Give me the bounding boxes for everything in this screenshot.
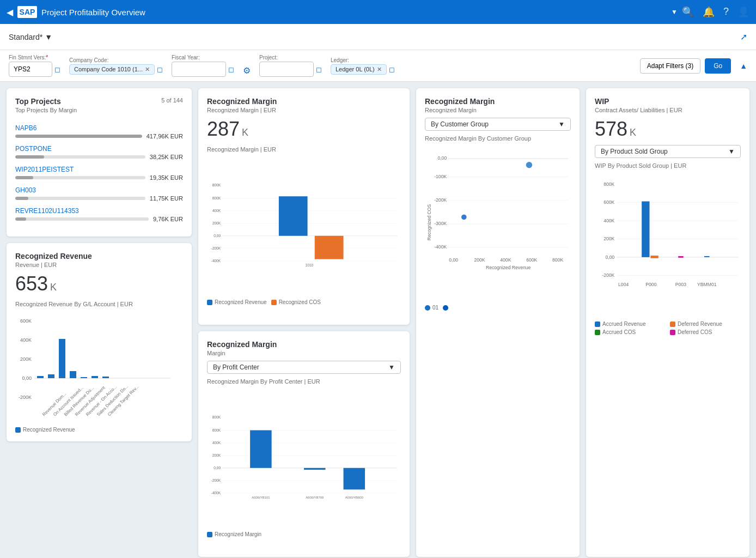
- user-icon[interactable]: 👤: [737, 6, 749, 18]
- ledger-copy-icon[interactable]: ◻: [389, 65, 395, 74]
- svg-text:P003: P003: [675, 282, 686, 287]
- fiscal-year-input[interactable]: [172, 62, 226, 77]
- adapt-filters-button[interactable]: Adapt Filters (3): [640, 58, 700, 74]
- view-selector[interactable]: Standard* ▼: [9, 33, 52, 41]
- rm-profit-chart-title: Recognized Margin By Profit Center | EUR: [207, 378, 401, 385]
- help-icon[interactable]: ?: [723, 6, 729, 18]
- revenue-chart-title: Recognized Revenue By G/L Account | EUR: [15, 301, 183, 307]
- svg-text:400K: 400K: [20, 337, 32, 343]
- ledger-group: Ledger: Ledger 0L (0L) ✕ ◻: [331, 57, 395, 75]
- search-icon[interactable]: 🔍: [682, 6, 694, 18]
- project-value: 9,76K EUR: [153, 216, 183, 222]
- svg-text:800K: 800K: [552, 257, 563, 263]
- svg-text:1010: 1010: [306, 263, 314, 267]
- customer-group-dropdown[interactable]: By Customer Group ▼: [425, 118, 571, 131]
- title-dropdown-icon[interactable]: ▼: [671, 8, 678, 16]
- svg-rect-8: [59, 339, 65, 378]
- filter-actions: Adapt Filters (3) Go ▲: [640, 58, 747, 74]
- fin-stmt-vers-input[interactable]: [9, 62, 52, 77]
- svg-point-72: [526, 162, 532, 168]
- ledger-label: Ledger:: [331, 57, 395, 63]
- company-code-copy-icon[interactable]: ◻: [157, 65, 163, 74]
- svg-rect-51: [344, 468, 365, 490]
- svg-text:Recognized Revenue: Recognized Revenue: [486, 265, 531, 270]
- settings-icon[interactable]: ⚙: [243, 65, 251, 76]
- back-button[interactable]: ◀: [7, 7, 13, 17]
- project-value: 11,75K EUR: [150, 195, 183, 202]
- wip-card: WIP Contract Assets/ Liabilities | EUR 5…: [586, 88, 749, 557]
- profit-center-dropdown[interactable]: By Profit Center ▼: [207, 361, 401, 374]
- list-item: NAPB6 417,96K EUR: [15, 124, 183, 140]
- svg-text:400K: 400K: [500, 257, 511, 263]
- svg-rect-50: [304, 468, 326, 470]
- svg-text:200K: 200K: [212, 221, 221, 225]
- rm-customer-scatter: Recognized COS 0,00 -100K -200K -300K -4…: [425, 146, 571, 299]
- rm-customer-subtitle: Recognized Margin: [425, 107, 571, 113]
- rm-top-legend: Recognized Revenue Recognized COS: [207, 299, 401, 305]
- svg-text:Recognized COS: Recognized COS: [426, 204, 432, 240]
- rm-profit-bar-chart: 800K 600K 400K 200K 0,00 -200K -400K: [207, 389, 401, 525]
- fiscal-year-copy-icon[interactable]: ◻: [228, 65, 234, 74]
- go-button[interactable]: Go: [705, 58, 731, 74]
- revenue-bar-chart: 600K 400K 200K 0,00 -200K Rev: [15, 312, 173, 421]
- fin-stmt-vers-group: Fin Stmnt Vers:* ◻: [9, 54, 60, 77]
- customer-group-dropdown-icon: ▼: [558, 120, 565, 128]
- list-item: REVRE1102U114353 9,76K EUR: [15, 207, 183, 222]
- company-code-tag[interactable]: Company Code 1010 (1... ✕: [69, 64, 155, 75]
- svg-text:-400K: -400K: [211, 259, 221, 263]
- share-button[interactable]: ➚: [740, 32, 747, 42]
- svg-text:A000/YB700: A000/YB700: [306, 496, 324, 499]
- company-code-clear[interactable]: ✕: [145, 66, 150, 73]
- app-title: Project Profitability Overview: [41, 8, 667, 17]
- rm-top-chart: 800K 600K 400K 200K 0,00 -200K -400K: [207, 157, 401, 295]
- project-copy-icon[interactable]: ◻: [316, 65, 322, 74]
- main-content: Top Projects Top Projects By Margin 5 of…: [0, 82, 756, 558]
- recognized-revenue-title: Recognized Revenue: [15, 252, 183, 260]
- notifications-icon[interactable]: 🔔: [703, 6, 715, 18]
- rm-top-subtitle: Recognized Margin | EUR: [207, 107, 401, 113]
- revenue-chart: 600K 400K 200K 0,00 -200K Rev: [15, 312, 183, 422]
- rm-profit-title: Recognized Margin: [207, 340, 401, 349]
- svg-text:200K: 200K: [20, 356, 32, 362]
- collapse-filterbar-icon[interactable]: ▲: [740, 62, 747, 70]
- ledger-clear[interactable]: ✕: [377, 66, 382, 73]
- project-name[interactable]: REVRE1102U114353: [15, 207, 183, 215]
- fiscal-year-label: Fiscal Year:: [172, 54, 234, 60]
- rm-profit-subtitle: Margin: [207, 350, 401, 356]
- svg-rect-11: [92, 376, 98, 378]
- rm-profit-chart: 800K 600K 400K 200K 0,00 -200K -400K: [207, 389, 401, 527]
- project-name[interactable]: WIP2011PEISTEST: [15, 166, 183, 173]
- svg-rect-7: [48, 374, 54, 378]
- fin-stmt-vers-copy-icon[interactable]: ◻: [54, 65, 60, 74]
- project-name[interactable]: NAPB6: [15, 124, 183, 132]
- svg-text:200K: 200K: [474, 257, 485, 263]
- project-value: 417,96K EUR: [147, 133, 183, 140]
- svg-text:600K: 600K: [20, 318, 32, 324]
- product-sold-group-dropdown[interactable]: By Product Sold Group ▼: [595, 145, 741, 158]
- top-projects-subtitle: Top Projects By Margin: [15, 107, 77, 113]
- wip-chart-title: WIP By Product Sold Group | EUR: [595, 162, 741, 169]
- ledger-value: Ledger 0L (0L): [336, 66, 375, 72]
- list-item: WIP2011PEISTEST 19,35K EUR: [15, 166, 183, 181]
- svg-text:800K: 800K: [603, 181, 614, 187]
- rm-top-value: 287 K: [207, 118, 401, 141]
- product-sold-group-dropdown-icon: ▼: [728, 148, 735, 155]
- ledger-tag[interactable]: Ledger 0L (0L) ✕: [331, 64, 387, 75]
- svg-rect-6: [37, 376, 44, 378]
- svg-text:600K: 600K: [526, 257, 537, 263]
- svg-rect-86: [650, 256, 658, 258]
- topbar-icons: 🔍 🔔 ? 👤: [682, 6, 749, 18]
- company-code-value: Company Code 1010 (1...: [74, 66, 143, 72]
- svg-text:600K: 600K: [212, 196, 221, 200]
- recognized-margin-customer-card: Recognized Margin Recognized Margin By C…: [416, 88, 580, 557]
- svg-rect-10: [81, 377, 87, 378]
- svg-rect-87: [678, 256, 684, 258]
- project-name[interactable]: POSTPONE: [15, 145, 183, 153]
- top-projects-card: Top Projects Top Projects By Margin 5 of…: [7, 88, 192, 236]
- product-sold-group-label: By Product Sold Group: [601, 148, 668, 155]
- rm-top-bar-chart: 800K 600K 400K 200K 0,00 -200K -400K: [207, 157, 401, 293]
- project-name[interactable]: GH003: [15, 186, 183, 194]
- project-input[interactable]: [259, 62, 314, 77]
- recognized-revenue-subtitle: Revenue | EUR: [15, 262, 183, 268]
- view-dropdown-icon: ▼: [45, 33, 52, 41]
